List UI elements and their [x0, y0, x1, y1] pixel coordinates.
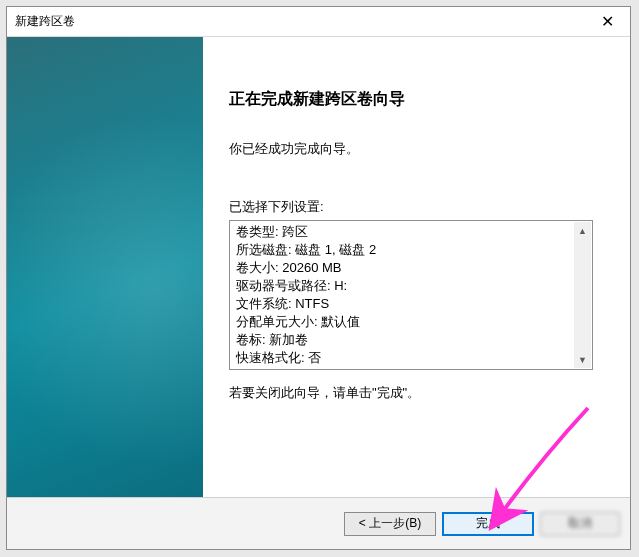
back-button[interactable]: < 上一步(B) [344, 512, 436, 536]
wizard-window: 新建跨区卷 ✕ 正在完成新建跨区卷向导 你已经成功完成向导。 已选择下列设置: … [6, 6, 631, 550]
settings-line: 分配单元大小: 默认值 [236, 313, 586, 331]
window-title: 新建跨区卷 [15, 13, 584, 30]
scroll-down-icon[interactable]: ▼ [574, 351, 591, 368]
settings-scrollbar[interactable]: ▲ ▼ [574, 222, 591, 368]
settings-line: 所选磁盘: 磁盘 1, 磁盘 2 [236, 241, 586, 259]
settings-label: 已选择下列设置: [229, 198, 606, 216]
settings-line: 快速格式化: 否 [236, 349, 586, 367]
close-button[interactable]: ✕ [584, 7, 630, 36]
settings-line: 驱动器号或路径: H: [236, 277, 586, 295]
settings-line: 文件系统: NTFS [236, 295, 586, 313]
wizard-content: 正在完成新建跨区卷向导 你已经成功完成向导。 已选择下列设置: 卷类型: 跨区 … [203, 37, 630, 497]
settings-summary-wrap: 卷类型: 跨区 所选磁盘: 磁盘 1, 磁盘 2 卷大小: 20260 MB 驱… [229, 220, 606, 370]
window-body: 正在完成新建跨区卷向导 你已经成功完成向导。 已选择下列设置: 卷类型: 跨区 … [7, 37, 630, 497]
wizard-side-graphic [7, 37, 203, 497]
settings-line: 卷标: 新加卷 [236, 331, 586, 349]
settings-line: 卷类型: 跨区 [236, 223, 586, 241]
settings-line: 卷大小: 20260 MB [236, 259, 586, 277]
finish-button[interactable]: 完成 [442, 512, 534, 536]
close-icon: ✕ [601, 12, 614, 31]
scroll-up-icon[interactable]: ▲ [574, 222, 591, 239]
titlebar: 新建跨区卷 ✕ [7, 7, 630, 37]
wizard-footer: < 上一步(B) 完成 取消 [7, 497, 630, 549]
settings-summary-box: 卷类型: 跨区 所选磁盘: 磁盘 1, 磁盘 2 卷大小: 20260 MB 驱… [229, 220, 593, 370]
cancel-button[interactable]: 取消 [540, 512, 620, 536]
wizard-closing-text: 若要关闭此向导，请单击"完成"。 [229, 384, 606, 402]
wizard-intro-text: 你已经成功完成向导。 [229, 140, 606, 158]
wizard-heading: 正在完成新建跨区卷向导 [229, 89, 606, 110]
